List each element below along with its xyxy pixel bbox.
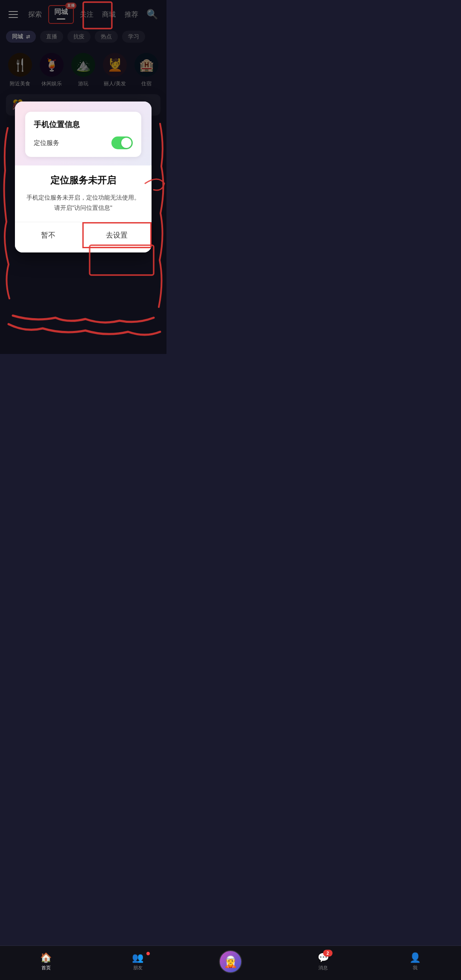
- location-settings-card: 手机位置信息 定位服务: [25, 112, 141, 157]
- location-toggle[interactable]: [111, 136, 133, 149]
- location-service-row: 定位服务: [34, 136, 133, 149]
- location-permission-modal: 手机位置信息 定位服务 定位服务未开启 手机定位服务未开启，定位功能无法使用。请…: [15, 101, 152, 252]
- go-settings-button[interactable]: 去设置: [82, 222, 152, 248]
- location-service-label: 定位服务: [34, 139, 59, 147]
- alert-body: 手机定位服务未开启，定位功能无法使用。请开启"访问位置信息": [25, 193, 141, 213]
- modal-bottom-section: 定位服务未开启 手机定位服务未开启，定位功能无法使用。请开启"访问位置信息" 暂…: [15, 165, 152, 252]
- alert-title: 定位服务未开启: [25, 174, 141, 187]
- modal-overlay: 手机位置信息 定位服务 定位服务未开启 手机定位服务未开启，定位功能无法使用。请…: [0, 0, 166, 354]
- modal-actions: 暂不 去设置: [15, 222, 152, 248]
- settings-title: 手机位置信息: [34, 119, 133, 130]
- modal-top-section: 手机位置信息 定位服务: [15, 101, 152, 165]
- cancel-button[interactable]: 暂不: [15, 222, 82, 248]
